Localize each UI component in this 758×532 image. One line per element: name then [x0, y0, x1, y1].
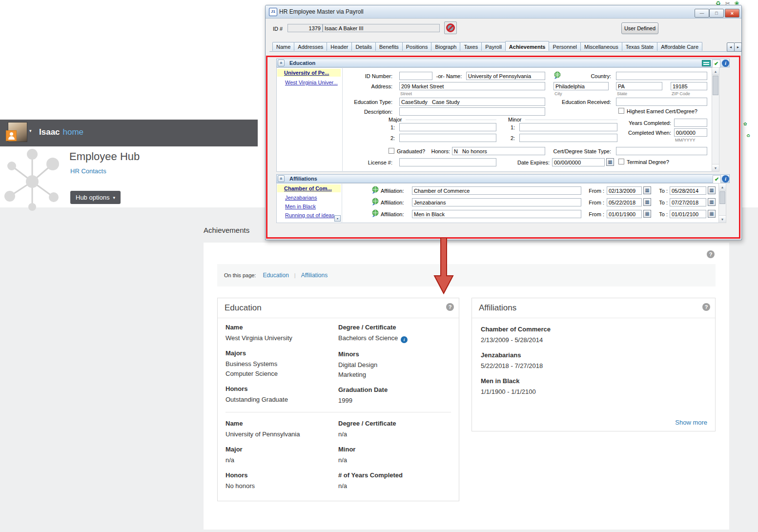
scrollbar-thumb[interactable]	[713, 76, 718, 95]
affiliation-list-item[interactable]: Men in Black	[285, 204, 316, 209]
photo-button[interactable]	[444, 21, 457, 34]
detail-view-icon[interactable]	[702, 60, 711, 66]
description-field[interactable]	[399, 107, 545, 116]
institution-name-field[interactable]: University of Pennsylvania	[466, 72, 545, 80]
education-received-field[interactable]	[616, 98, 707, 106]
from-date-field[interactable]: 05/22/2018	[607, 198, 642, 206]
tab-scroll-left-button[interactable]: ◄	[727, 42, 735, 52]
affiliation-field[interactable]: Men in Black	[412, 210, 581, 218]
help-icon[interactable]: ?	[702, 303, 710, 311]
highest-cert-checkbox[interactable]	[618, 108, 624, 114]
tab-name[interactable]: Name	[272, 42, 294, 51]
terminal-degree-checkbox[interactable]	[618, 159, 624, 164]
calendar-icon[interactable]: ▦	[643, 198, 651, 206]
tab-personnel[interactable]: Personnel	[549, 42, 581, 51]
hr-contacts-link[interactable]: HR Contacts	[70, 167, 106, 175]
state-field[interactable]: PA	[616, 82, 662, 90]
info-icon[interactable]: i	[722, 175, 729, 183]
help-icon[interactable]: ?	[707, 250, 715, 258]
tab-affordable-care[interactable]: Affordable Care	[657, 42, 702, 51]
nav-education-link[interactable]: Education	[263, 272, 288, 279]
minor1-field[interactable]	[519, 123, 617, 131]
country-field[interactable]	[616, 72, 707, 80]
to-date-field[interactable]: 01/01/2100	[670, 210, 706, 218]
from-date-field[interactable]: 01/01/1900	[607, 210, 642, 218]
affiliation-globe-icon[interactable]	[371, 209, 380, 218]
scroll-down-button[interactable]: ▼	[719, 215, 726, 223]
from-date-field[interactable]: 02/13/2009	[607, 186, 642, 195]
id-number-field[interactable]	[399, 72, 432, 80]
tab-scroll-right-button[interactable]: ►	[734, 42, 742, 52]
help-icon[interactable]: ?	[446, 303, 454, 311]
maximize-button[interactable]: □	[709, 9, 724, 18]
close-button[interactable]: ×	[725, 9, 739, 18]
scroll-up-button[interactable]: ▲	[712, 68, 719, 75]
tab-header[interactable]: Header	[327, 42, 352, 51]
minimize-button[interactable]: —	[695, 9, 709, 18]
affiliation-globe-icon[interactable]	[371, 198, 380, 206]
affiliation-globe-icon[interactable]	[371, 186, 380, 194]
education-collapse-button[interactable]: »	[278, 60, 285, 66]
calendar-icon[interactable]: ▦	[708, 186, 716, 194]
tab-biograph[interactable]: Biograph	[431, 42, 460, 51]
show-more-link[interactable]: Show more	[675, 419, 707, 426]
user-defined-button[interactable]: User Defined	[621, 22, 658, 34]
calendar-icon[interactable]: ▦	[643, 210, 651, 218]
affiliation-field[interactable]: Chamber of Commerce	[412, 186, 581, 195]
info-icon[interactable]: i	[722, 60, 729, 67]
city-field[interactable]: Philadelphia	[553, 82, 609, 90]
calendar-icon[interactable]: ▦	[643, 186, 651, 194]
id-field[interactable]: 1379	[287, 24, 323, 32]
nav-affiliations-link[interactable]: Affiliations	[301, 272, 328, 279]
years-completed-field[interactable]	[674, 119, 707, 127]
affiliation-list-item[interactable]: Jenzabarians	[285, 195, 317, 201]
education-scrollbar[interactable]: ▲ ▼	[712, 67, 719, 172]
education-list-item[interactable]: University of Pe...	[284, 70, 329, 76]
tab-texas-state[interactable]: Texas State	[622, 42, 657, 51]
save-check-icon[interactable]: ✔	[712, 60, 720, 68]
calendar-icon[interactable]: ▦	[708, 198, 716, 206]
education-list-item[interactable]: West Virginia Univer...	[285, 80, 338, 85]
tab-addresses[interactable]: Addresses	[294, 42, 327, 51]
minor2-field[interactable]	[519, 134, 617, 142]
date-expires-field[interactable]: 00/00/0000	[552, 158, 605, 166]
license-field[interactable]	[399, 158, 496, 166]
tab-taxes[interactable]: Taxes	[460, 42, 482, 51]
home-link[interactable]: home	[63, 127, 84, 137]
save-check-icon[interactable]: ✔	[713, 175, 721, 184]
tab-details[interactable]: Details	[351, 42, 376, 51]
employee-name-field[interactable]: Isaac A Baker III	[323, 24, 440, 32]
scrollbar-thumb[interactable]	[719, 191, 725, 204]
tab-payroll[interactable]: Payroll	[481, 42, 506, 51]
education-type-field[interactable]: CaseStudy Case Study	[399, 98, 545, 106]
major1-field[interactable]	[399, 123, 496, 131]
tab-miscellaneous[interactable]: Miscellaneous	[580, 42, 622, 51]
calendar-icon[interactable]: ▦	[708, 210, 716, 218]
affiliation-field[interactable]: Jenzabarians	[412, 198, 581, 206]
to-date-field[interactable]: 07/27/2018	[670, 198, 706, 206]
tab-benefits[interactable]: Benefits	[375, 42, 403, 51]
honors-field[interactable]: N No honors	[452, 147, 545, 155]
zip-field[interactable]: 19185	[671, 82, 707, 90]
cert-state-type-field[interactable]	[616, 147, 707, 155]
affiliation-list-item[interactable]: Running out of ideas	[285, 212, 334, 218]
hub-options-button[interactable]: Hub options ▾	[70, 191, 121, 204]
lookup-globe-icon[interactable]	[553, 71, 562, 80]
address-field[interactable]: 209 Market Street	[399, 82, 545, 90]
affiliations-collapse-button[interactable]: »	[278, 175, 285, 182]
list-dropdown-button[interactable]: ▾	[334, 215, 341, 222]
scroll-up-button[interactable]: ▲	[719, 184, 726, 191]
tab-positions[interactable]: Positions	[402, 42, 432, 51]
to-date-field[interactable]: 05/28/2014	[670, 186, 706, 195]
tab-achievements[interactable]: Achievements	[505, 41, 550, 51]
affiliations-scrollbar[interactable]: ▲ ▼	[718, 183, 726, 223]
completed-when-field[interactable]: 00/0000	[674, 128, 707, 137]
avatar-menu-caret-icon[interactable]: ▾	[29, 128, 32, 133]
affiliation-list-item[interactable]: Chamber of Com...	[284, 185, 332, 191]
calendar-icon[interactable]: ▦	[606, 158, 614, 166]
major2-field[interactable]	[399, 134, 496, 142]
scroll-down-button[interactable]: ▼	[712, 164, 719, 171]
degree-info-icon[interactable]: i	[401, 336, 408, 343]
graduated-checkbox[interactable]	[389, 148, 394, 154]
window-titlebar[interactable]: J1 HR Employee Master via Payroll — □ ×	[266, 5, 741, 19]
